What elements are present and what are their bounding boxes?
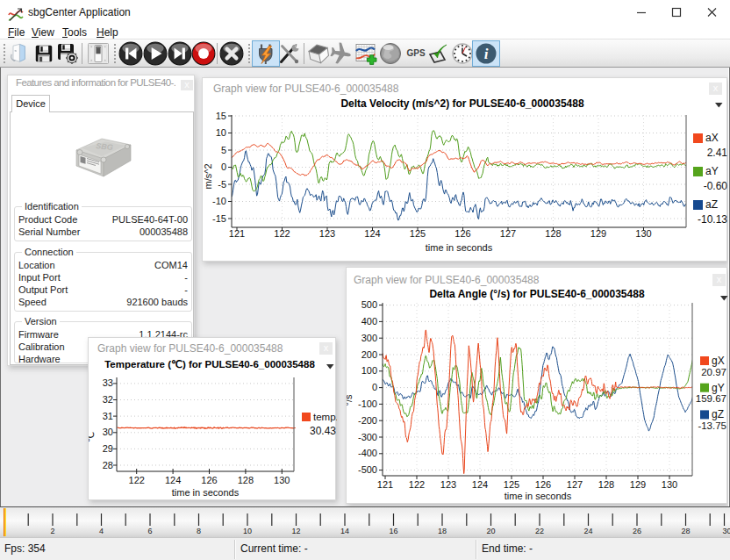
svg-text:-13.75: -13.75 (698, 420, 726, 431)
svg-text:123: 123 (319, 228, 335, 239)
svg-text:30: 30 (103, 427, 113, 437)
svg-text:20: 20 (486, 527, 495, 535)
svg-text:14: 14 (340, 527, 349, 535)
svg-text:6: 6 (147, 527, 152, 535)
svg-text:temp.: temp. (313, 412, 337, 422)
svg-text:-200: -200 (358, 415, 377, 426)
svg-text:24: 24 (583, 527, 592, 535)
svg-text:gX: gX (712, 355, 725, 367)
svg-text:100: 100 (361, 365, 377, 376)
svg-text:Temperature (℃) for PULSE40-6_: Temperature (℃) for PULSE40-6_000035488 (104, 359, 315, 370)
svg-text:400: 400 (361, 316, 377, 327)
svg-text:124: 124 (165, 475, 181, 485)
svg-text:12: 12 (291, 527, 300, 535)
svg-text:20.97: 20.97 (701, 367, 726, 377)
svg-text:Delta Angle (°/s) for PULSE40-: Delta Angle (°/s) for PULSE40-6_00003548… (429, 288, 644, 300)
svg-text:22: 22 (535, 527, 544, 535)
svg-text:31: 31 (103, 411, 113, 421)
svg-text:126: 126 (454, 228, 470, 239)
svg-text:i: i (484, 46, 489, 62)
svg-text:128: 128 (598, 479, 614, 490)
svg-text:30.43: 30.43 (310, 425, 336, 437)
svg-text:time in seconds: time in seconds (505, 491, 572, 501)
svg-text:SBG: SBG (96, 141, 113, 152)
svg-text:°/s: °/s (347, 394, 354, 406)
svg-text:125: 125 (504, 479, 519, 490)
svg-text:128: 128 (545, 228, 561, 239)
svg-text:28: 28 (681, 527, 690, 535)
svg-text:128: 128 (238, 475, 254, 485)
svg-text:16: 16 (389, 527, 397, 535)
svg-text:4: 4 (99, 527, 104, 535)
svg-text:122: 122 (274, 228, 290, 239)
svg-text:2.41: 2.41 (707, 147, 728, 159)
svg-text:130: 130 (662, 479, 677, 490)
svg-text:0: 0 (372, 382, 377, 392)
svg-text:10: 10 (243, 527, 252, 535)
svg-text:-5: -5 (218, 179, 226, 190)
svg-text:130: 130 (635, 228, 651, 239)
svg-text:-400: -400 (358, 448, 377, 458)
svg-text:5: 5 (221, 145, 226, 155)
svg-text:-100: -100 (358, 398, 377, 409)
svg-text:time in seconds: time in seconds (426, 242, 493, 253)
svg-text:159.67: 159.67 (696, 393, 726, 404)
svg-text:time in seconds: time in seconds (172, 487, 240, 498)
svg-text:127: 127 (500, 228, 516, 239)
svg-text:2: 2 (50, 527, 54, 535)
svg-text:gY: gY (712, 382, 725, 394)
svg-text:0: 0 (221, 162, 226, 172)
svg-text:15: 15 (216, 111, 226, 121)
svg-text:124: 124 (364, 228, 380, 239)
svg-text:500: 500 (361, 299, 377, 310)
svg-text:300: 300 (361, 333, 377, 343)
svg-text:Delta Velocity (m/s^2) for PUL: Delta Velocity (m/s^2) for PULSE40-6_000… (340, 99, 583, 110)
svg-text:126: 126 (201, 475, 217, 485)
svg-text:aX: aX (705, 132, 719, 144)
svg-text:8: 8 (197, 527, 201, 535)
svg-text:33: 33 (103, 377, 113, 388)
svg-text:18: 18 (438, 527, 447, 535)
svg-text:28: 28 (103, 460, 113, 470)
svg-text:aY: aY (705, 165, 719, 177)
svg-text:-10: -10 (212, 196, 226, 206)
svg-text:-0.60: -0.60 (704, 180, 728, 192)
svg-text:127: 127 (567, 479, 583, 490)
svg-text:-300: -300 (358, 432, 377, 442)
svg-text:26: 26 (633, 527, 641, 535)
svg-text:126: 126 (535, 479, 551, 490)
svg-text:℃: ℃ (89, 432, 96, 442)
svg-text:30: 30 (722, 527, 730, 535)
svg-text:-500: -500 (358, 464, 377, 475)
svg-text:122: 122 (129, 475, 145, 485)
svg-text:29: 29 (103, 443, 113, 454)
svg-text:32: 32 (103, 394, 113, 405)
svg-text:121: 121 (229, 228, 245, 239)
svg-text:m/s^2: m/s^2 (203, 164, 213, 190)
svg-text:121: 121 (377, 479, 393, 490)
svg-text:125: 125 (410, 228, 426, 239)
svg-text:124: 124 (472, 479, 488, 490)
svg-text:aZ: aZ (705, 198, 718, 211)
svg-text:-10.13: -10.13 (698, 213, 727, 226)
svg-text:gZ: gZ (712, 408, 724, 420)
svg-text:200: 200 (361, 349, 377, 360)
svg-text:129: 129 (590, 228, 606, 239)
svg-text:-15: -15 (212, 213, 226, 224)
svg-text:129: 129 (630, 479, 646, 490)
svg-text:130: 130 (274, 475, 290, 485)
svg-text:10: 10 (216, 127, 226, 138)
svg-text:122: 122 (409, 479, 425, 490)
svg-text:123: 123 (440, 479, 456, 490)
